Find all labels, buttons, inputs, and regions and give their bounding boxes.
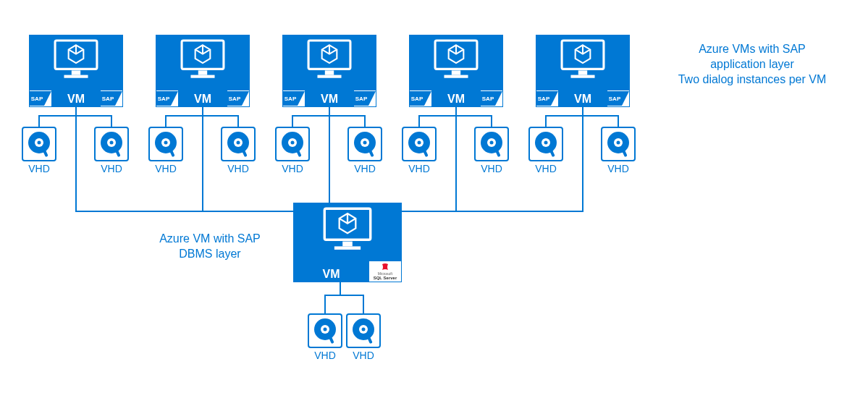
- vhd-label: VHD: [308, 350, 342, 361]
- vm-label: VM: [67, 93, 85, 106]
- sap-badge: SAP: [282, 90, 306, 107]
- vhd-label: VHD: [275, 163, 310, 174]
- vm-monitor-icon: [560, 39, 605, 83]
- disk-icon: [347, 127, 382, 161]
- svg-text:SAP: SAP: [31, 96, 43, 102]
- vhd-disk: VHD: [275, 127, 310, 174]
- app-layer-description: Azure VMs with SAP application layer Two…: [658, 42, 846, 87]
- vm-label: VM: [574, 93, 591, 106]
- disk-icon: [94, 127, 129, 161]
- svg-text:SAP: SAP: [229, 96, 241, 102]
- svg-text:SAP: SAP: [355, 96, 368, 102]
- svg-rect-12: [317, 75, 341, 78]
- disk-icon: [474, 127, 509, 161]
- svg-rect-17: [444, 75, 468, 78]
- svg-point-35: [164, 141, 168, 145]
- svg-text:SAP: SAP: [538, 96, 550, 102]
- sap-badge: SAP: [156, 90, 179, 107]
- vm-monitor-icon: [323, 207, 372, 254]
- desc-line: Azure VM with SAP: [159, 232, 261, 245]
- app-vm: VM SAP SAP: [409, 35, 503, 107]
- app-vm: VM SAP SAP: [29, 35, 123, 107]
- desc-line: Two dialog instances per VM: [678, 73, 827, 85]
- desc-line: Azure VMs with SAP: [699, 43, 806, 55]
- vhd-label: VHD: [474, 163, 509, 174]
- svg-rect-16: [452, 70, 460, 75]
- vhd-disk: VHD: [94, 127, 129, 174]
- desc-line: application layer: [710, 58, 794, 70]
- svg-rect-66: [342, 242, 353, 247]
- vhd-label: VHD: [402, 163, 437, 174]
- sap-badge: SAP: [607, 90, 630, 107]
- vhd-disk: VHD: [474, 127, 509, 174]
- vm-monitor-icon: [180, 39, 225, 83]
- vhd-disk: VHD: [528, 127, 563, 174]
- vhd-label: VHD: [148, 163, 183, 174]
- svg-point-74: [362, 328, 366, 331]
- vm-label: VM: [447, 93, 465, 106]
- vm-monitor-icon: [307, 39, 352, 83]
- vm-monitor-icon: [434, 39, 479, 83]
- svg-point-55: [490, 141, 494, 145]
- svg-text:SAP: SAP: [482, 96, 494, 102]
- app-vm: VM SAP SAP: [282, 35, 376, 107]
- vm-label: VM: [323, 268, 340, 281]
- vhd-label: VHD: [601, 163, 636, 174]
- vhd-label: VHD: [346, 350, 381, 361]
- svg-point-43: [291, 141, 295, 145]
- vhd-disk: VHD: [308, 313, 342, 361]
- svg-text:SAP: SAP: [102, 96, 114, 102]
- vhd-disk: VHD: [402, 127, 437, 174]
- svg-rect-67: [334, 246, 361, 250]
- dbms-layer-description: Azure VM with SAP DBMS layer: [145, 232, 275, 262]
- svg-point-31: [110, 141, 114, 145]
- sap-badge: SAP: [100, 90, 123, 107]
- svg-rect-22: [570, 75, 594, 78]
- svg-rect-2: [64, 75, 88, 78]
- svg-point-47: [363, 141, 367, 145]
- svg-text:SAP: SAP: [158, 96, 170, 102]
- svg-rect-21: [578, 70, 587, 75]
- vm-label: VM: [321, 93, 338, 106]
- desc-line: DBMS layer: [179, 248, 240, 260]
- vhd-label: VHD: [528, 163, 563, 174]
- disk-icon: [221, 127, 256, 161]
- vm-label: VM: [194, 93, 211, 106]
- svg-point-39: [237, 141, 240, 145]
- vhd-disk: VHD: [346, 313, 381, 361]
- vm-monitor-icon: [54, 39, 98, 83]
- svg-rect-1: [72, 70, 80, 75]
- svg-point-63: [617, 141, 620, 145]
- svg-point-27: [38, 141, 41, 145]
- sap-badge: SAP: [480, 90, 503, 107]
- vhd-disk: VHD: [22, 127, 56, 174]
- sap-badge: SAP: [409, 90, 432, 107]
- disk-icon: [275, 127, 310, 161]
- disk-icon: [601, 127, 636, 161]
- svg-rect-6: [198, 70, 207, 75]
- vhd-disk: VHD: [148, 127, 183, 174]
- svg-point-70: [324, 328, 327, 331]
- disk-icon: [346, 313, 381, 348]
- svg-point-51: [418, 141, 421, 145]
- vhd-label: VHD: [221, 163, 256, 174]
- svg-rect-7: [190, 75, 214, 78]
- vhd-label: VHD: [94, 163, 129, 174]
- svg-text:SAP: SAP: [285, 96, 297, 102]
- vhd-disk: VHD: [347, 127, 382, 174]
- sap-badge: SAP: [353, 90, 376, 107]
- app-vm: VM SAP SAP: [156, 35, 250, 107]
- vhd-label: VHD: [347, 163, 382, 174]
- vhd-disk: VHD: [221, 127, 256, 174]
- sap-badge: SAP: [227, 90, 250, 107]
- disk-icon: [528, 127, 563, 161]
- dbms-vm: VM Microsoft SQL Server: [293, 203, 402, 282]
- app-vm: VM SAP SAP: [536, 35, 630, 107]
- sap-badge: SAP: [536, 90, 559, 107]
- svg-text:SAP: SAP: [609, 96, 621, 102]
- disk-icon: [308, 313, 342, 348]
- sql-server-badge: Microsoft SQL Server: [368, 261, 402, 282]
- disk-icon: [22, 127, 56, 161]
- disk-icon: [402, 127, 437, 161]
- svg-rect-11: [325, 70, 334, 75]
